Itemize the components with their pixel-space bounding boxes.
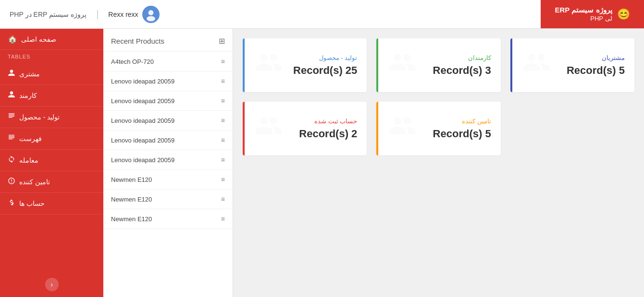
product-name: Lenovo ideapad 20059	[111, 78, 174, 85]
brand-title-line2: لی PHP	[555, 15, 612, 23]
card-text: مشتریان Record(s) 5	[567, 54, 625, 77]
card-icon	[254, 111, 283, 146]
grid-icon: ⊞	[219, 36, 225, 46]
card-icon	[254, 48, 283, 83]
list-item[interactable]: ≡ Newmen E120	[103, 170, 233, 190]
inventory-icon	[8, 134, 15, 143]
sidebar-item-label: تولید - محصول	[19, 113, 60, 121]
product-list-icon: ≡	[221, 156, 225, 164]
card-value: Record(s) 2	[299, 128, 357, 140]
product-name: Newmen E120	[111, 176, 152, 183]
product-list-icon: ≡	[221, 58, 225, 65]
sidebar-item-label: معامله	[19, 156, 38, 164]
chevron-left-icon: ‹	[45, 278, 59, 291]
card-icon	[522, 48, 551, 83]
cards-grid: تولید - محصول Record(s) 25 کارمندان Reco…	[243, 38, 634, 155]
product-name: A4tech OP-720	[111, 58, 154, 65]
card-value: Record(s) 25	[293, 64, 357, 77]
product-name: Newmen E120	[111, 215, 152, 223]
sidebar-item-transaction[interactable]: معامله	[0, 150, 103, 171]
card-label: تامین کننده	[433, 118, 491, 125]
brand-smiley-icon: 😊	[617, 8, 630, 21]
product-name: Lenovo ideapad 20059	[111, 117, 174, 124]
product-list-icon: ≡	[221, 176, 225, 183]
list-item[interactable]: ≡ Lenovo ideapad 20059	[103, 131, 233, 150]
product-name: Lenovo ideapad 20059	[111, 156, 174, 164]
sidebar-collapse-button[interactable]: ‹	[0, 272, 103, 297]
top-header: 😊 پروژه سیستم ERP لی PHP Rexx rexx | پرو…	[0, 0, 644, 29]
employee-icon	[8, 91, 15, 100]
card-text: تولید - محصول Record(s) 25	[293, 54, 357, 77]
separator: |	[96, 9, 99, 20]
product-name: Lenovo ideapad 20059	[111, 137, 174, 144]
brand-title-line1: پروژه سیستم ERP	[555, 5, 612, 15]
product-list-icon: ≡	[221, 136, 225, 144]
home-icon: 🏠	[8, 35, 17, 44]
dashboard-area: تولید - محصول Record(s) 25 کارمندان Reco…	[233, 29, 644, 297]
list-item[interactable]: ≡ Newmen E120	[103, 209, 233, 229]
product-icon	[8, 112, 15, 122]
sidebar-item-employee[interactable]: کارمند	[0, 85, 103, 107]
user-name: Rexx rexx	[108, 11, 138, 18]
card-label: کارمندان	[433, 54, 491, 61]
sidebar: صفحه اصلی 🏠 TABLES مشتری کارمند تولید - …	[0, 29, 103, 297]
sidebar-item-home[interactable]: صفحه اصلی 🏠	[0, 29, 103, 50]
sidebar-item-customer[interactable]: مشتری	[0, 63, 103, 85]
card-value: Record(s) 5	[567, 64, 625, 77]
product-list-icon: ≡	[221, 97, 225, 105]
product-list-icon: ≡	[221, 195, 225, 203]
card-value: Record(s) 3	[433, 64, 491, 77]
main-layout: صفحه اصلی 🏠 TABLES مشتری کارمند تولید - …	[0, 29, 644, 297]
card-value: Record(s) 5	[433, 128, 491, 140]
svg-point-1	[148, 10, 153, 15]
transaction-icon	[8, 155, 15, 165]
list-item[interactable]: ≡ A4tech OP-720	[103, 52, 233, 71]
sidebar-item-label: مشتری	[19, 70, 40, 78]
brand-logo: 😊 پروژه سیستم ERP لی PHP	[541, 0, 644, 28]
recent-products-title: Recent Products	[111, 37, 164, 45]
list-item[interactable]: ≡ Lenovo ideapad 20059	[103, 150, 233, 170]
list-item[interactable]: ≡ Newmen E120	[103, 190, 233, 209]
nav-erp-link[interactable]: پروژه سیستم ERP در PHP	[10, 11, 87, 18]
nav-links: Rexx rexx | پروژه سیستم ERP در PHP	[0, 6, 541, 23]
sidebar-item-accounts[interactable]: حساب ها	[0, 193, 103, 214]
stat-card-accounts[interactable]: حساب ثبت شده Record(s) 2	[243, 102, 367, 155]
svg-point-2	[147, 16, 155, 21]
card-text: کارمندان Record(s) 3	[433, 54, 491, 77]
stat-card-suppliers[interactable]: تامین کننده Record(s) 5	[376, 102, 500, 155]
product-list-icon: ≡	[221, 215, 225, 223]
list-item[interactable]: ≡ Lenovo ideapad 20059	[103, 71, 233, 91]
list-item[interactable]: ≡ Lenovo ideapad 20059	[103, 91, 233, 111]
product-name: Newmen E120	[111, 196, 152, 203]
card-icon	[388, 111, 417, 146]
sidebar-item-label: تامین کننده	[19, 178, 50, 186]
product-name: Lenovo ideapad 20059	[111, 97, 174, 105]
product-list-icon: ≡	[221, 117, 225, 124]
sidebar-item-label: حساب ها	[19, 200, 45, 207]
tables-label: TABLES	[0, 50, 103, 63]
stat-card-employees[interactable]: کارمندان Record(s) 3	[376, 38, 500, 92]
user-info: Rexx rexx	[108, 6, 159, 23]
recent-products-header: ⊞ Recent Products	[103, 29, 233, 52]
card-icon	[388, 48, 417, 83]
supplier-icon	[8, 177, 15, 187]
stat-card-products[interactable]: تولید - محصول Record(s) 25	[243, 38, 367, 92]
sidebar-item-label: کارمند	[19, 92, 37, 99]
sidebar-item-supplier[interactable]: تامین کننده	[0, 171, 103, 193]
card-label: تولید - محصول	[293, 54, 357, 61]
card-label: مشتریان	[567, 54, 625, 61]
sidebar-item-label: صفحه اصلی	[21, 36, 56, 43]
card-text: تامین کننده Record(s) 5	[433, 118, 491, 140]
accounts-icon	[8, 199, 15, 208]
list-item[interactable]: ≡ Lenovo ideapad 20059	[103, 111, 233, 131]
sidebar-item-label: فهرست	[19, 135, 42, 143]
sidebar-item-inventory[interactable]: فهرست	[0, 128, 103, 150]
content-area: ⊞ Recent Products ≡ A4tech OP-720 ≡ Leno…	[103, 29, 644, 297]
stat-card-customers[interactable]: مشتریان Record(s) 5	[510, 38, 634, 92]
card-label: حساب ثبت شده	[299, 118, 357, 125]
products-list: ≡ A4tech OP-720 ≡ Lenovo ideapad 20059 ≡…	[103, 52, 233, 229]
card-text: حساب ثبت شده Record(s) 2	[299, 118, 357, 140]
product-list-icon: ≡	[221, 77, 225, 85]
customer-icon	[8, 69, 15, 79]
sidebar-item-product[interactable]: تولید - محصول	[0, 107, 103, 128]
